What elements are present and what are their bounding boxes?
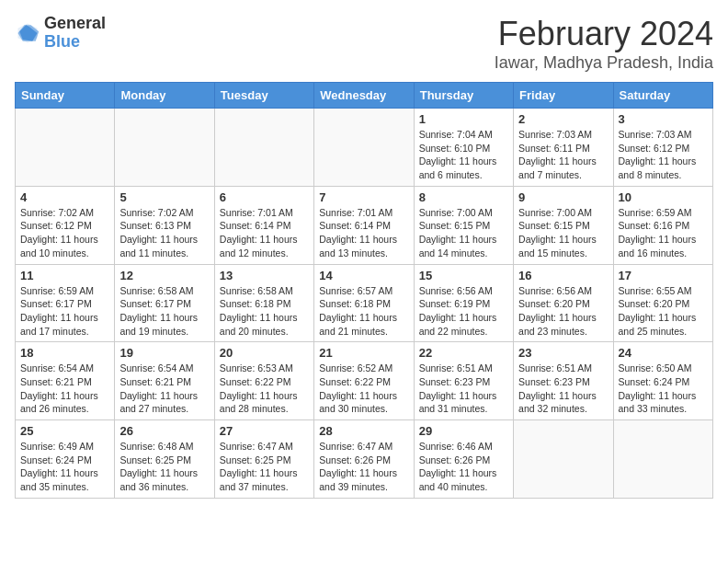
day-number: 16 [518,269,608,282]
calendar-week-row: 25Sunrise: 6:49 AM Sunset: 6:24 PM Dayli… [16,420,713,499]
calendar-day-cell: 21Sunrise: 6:52 AM Sunset: 6:22 PM Dayli… [314,342,414,420]
day-info: Sunrise: 6:55 AM Sunset: 6:20 PM Dayligh… [619,284,708,339]
calendar-day-cell: 3Sunrise: 7:03 AM Sunset: 6:12 PM Daylig… [613,109,712,187]
day-info: Sunrise: 7:04 AM Sunset: 6:10 PM Dayligh… [419,128,508,182]
calendar-day-cell: 13Sunrise: 6:58 AM Sunset: 6:18 PM Dayli… [214,264,313,342]
calendar-day-cell: 27Sunrise: 6:47 AM Sunset: 6:25 PM Dayli… [214,420,313,499]
day-number: 3 [619,112,708,126]
day-number: 27 [220,424,309,438]
day-info: Sunrise: 6:50 AM Sunset: 6:24 PM Dayligh… [619,362,708,416]
day-info: Sunrise: 6:56 AM Sunset: 6:19 PM Dayligh… [419,284,508,339]
day-info: Sunrise: 6:56 AM Sunset: 6:20 PM Dayligh… [518,284,608,339]
calendar-day-cell: 7Sunrise: 7:01 AM Sunset: 6:14 PM Daylig… [314,186,414,264]
day-number: 9 [518,190,608,204]
day-info: Sunrise: 6:53 AM Sunset: 6:22 PM Dayligh… [220,362,309,416]
weekday-header-row: SundayMondayTuesdayWednesdayThursdayFrid… [16,83,713,109]
weekday-header-cell: Thursday [414,83,513,109]
day-number: 25 [20,424,109,438]
calendar-day-cell: 11Sunrise: 6:59 AM Sunset: 6:17 PM Dayli… [16,264,115,342]
day-number: 10 [619,190,708,204]
day-number: 20 [220,346,309,360]
logo-general-text: General [44,15,106,33]
weekday-header-cell: Wednesday [314,83,414,109]
day-number: 2 [518,112,608,126]
day-info: Sunrise: 6:51 AM Sunset: 6:23 PM Dayligh… [518,362,608,416]
calendar-week-row: 11Sunrise: 6:59 AM Sunset: 6:17 PM Dayli… [16,264,713,342]
day-info: Sunrise: 7:01 AM Sunset: 6:14 PM Dayligh… [220,206,309,260]
calendar-day-cell: 24Sunrise: 6:50 AM Sunset: 6:24 PM Dayli… [613,342,712,420]
day-number: 29 [419,424,508,438]
calendar-day-cell: 8Sunrise: 7:00 AM Sunset: 6:15 PM Daylig… [414,186,513,264]
day-info: Sunrise: 6:48 AM Sunset: 6:25 PM Dayligh… [119,440,209,494]
calendar-day-cell [314,109,414,187]
day-number: 23 [518,346,608,360]
calendar-day-cell: 22Sunrise: 6:51 AM Sunset: 6:23 PM Dayli… [414,342,513,420]
day-number: 17 [619,269,708,282]
weekday-header-cell: Friday [514,83,613,109]
day-number: 24 [619,346,708,360]
day-info: Sunrise: 6:52 AM Sunset: 6:22 PM Dayligh… [319,362,408,416]
day-number: 15 [419,269,508,282]
day-info: Sunrise: 6:58 AM Sunset: 6:17 PM Dayligh… [119,284,209,339]
calendar-day-cell: 5Sunrise: 7:02 AM Sunset: 6:13 PM Daylig… [115,186,214,264]
calendar-day-cell: 10Sunrise: 6:59 AM Sunset: 6:16 PM Dayli… [613,186,712,264]
day-info: Sunrise: 6:46 AM Sunset: 6:26 PM Dayligh… [419,440,508,494]
calendar-table: SundayMondayTuesdayWednesdayThursdayFrid… [15,82,713,499]
day-number: 19 [119,346,209,360]
day-info: Sunrise: 6:49 AM Sunset: 6:24 PM Dayligh… [20,440,109,494]
calendar-day-cell: 4Sunrise: 7:02 AM Sunset: 6:12 PM Daylig… [16,186,115,264]
calendar-day-cell: 17Sunrise: 6:55 AM Sunset: 6:20 PM Dayli… [613,264,712,342]
calendar-day-cell: 18Sunrise: 6:54 AM Sunset: 6:21 PM Dayli… [16,342,115,420]
day-number: 14 [319,269,408,282]
day-number: 1 [419,112,508,126]
day-info: Sunrise: 6:58 AM Sunset: 6:18 PM Dayligh… [220,284,309,339]
calendar-day-cell: 15Sunrise: 6:56 AM Sunset: 6:19 PM Dayli… [414,264,513,342]
day-info: Sunrise: 6:54 AM Sunset: 6:21 PM Dayligh… [119,362,209,416]
calendar-day-cell: 20Sunrise: 6:53 AM Sunset: 6:22 PM Dayli… [214,342,313,420]
calendar-day-cell [613,420,712,499]
day-number: 7 [319,190,408,204]
calendar-day-cell [214,109,313,187]
calendar-day-cell: 19Sunrise: 6:54 AM Sunset: 6:21 PM Dayli… [115,342,214,420]
weekday-header-cell: Saturday [613,83,712,109]
calendar-day-cell: 25Sunrise: 6:49 AM Sunset: 6:24 PM Dayli… [16,420,115,499]
day-number: 8 [419,190,508,204]
weekday-header-cell: Sunday [16,83,115,109]
calendar-week-row: 4Sunrise: 7:02 AM Sunset: 6:12 PM Daylig… [16,186,713,264]
location-title: Iawar, Madhya Pradesh, India [495,53,713,73]
logo-text: General Blue [44,15,106,52]
calendar-day-cell: 16Sunrise: 6:56 AM Sunset: 6:20 PM Dayli… [514,264,613,342]
day-info: Sunrise: 7:02 AM Sunset: 6:13 PM Dayligh… [119,206,209,260]
calendar-week-row: 1Sunrise: 7:04 AM Sunset: 6:10 PM Daylig… [16,109,713,187]
calendar-day-cell [16,109,115,187]
calendar-day-cell: 9Sunrise: 7:00 AM Sunset: 6:15 PM Daylig… [514,186,613,264]
day-info: Sunrise: 7:00 AM Sunset: 6:15 PM Dayligh… [419,206,508,260]
day-info: Sunrise: 6:51 AM Sunset: 6:23 PM Dayligh… [419,362,508,416]
day-number: 13 [220,269,309,282]
day-number: 28 [319,424,408,438]
calendar-day-cell [115,109,214,187]
day-info: Sunrise: 6:47 AM Sunset: 6:26 PM Dayligh… [319,440,408,494]
calendar-day-cell: 2Sunrise: 7:03 AM Sunset: 6:11 PM Daylig… [514,109,613,187]
logo-blue-text: Blue [44,33,106,52]
calendar-day-cell: 29Sunrise: 6:46 AM Sunset: 6:26 PM Dayli… [414,420,513,499]
calendar-week-row: 18Sunrise: 6:54 AM Sunset: 6:21 PM Dayli… [16,342,713,420]
calendar-day-cell [514,420,613,499]
day-info: Sunrise: 6:54 AM Sunset: 6:21 PM Dayligh… [20,362,109,416]
calendar-day-cell: 6Sunrise: 7:01 AM Sunset: 6:14 PM Daylig… [214,186,313,264]
day-info: Sunrise: 7:02 AM Sunset: 6:12 PM Dayligh… [20,206,109,260]
day-number: 26 [119,424,209,438]
day-info: Sunrise: 7:03 AM Sunset: 6:12 PM Dayligh… [619,128,708,182]
day-info: Sunrise: 6:59 AM Sunset: 6:16 PM Dayligh… [619,206,708,260]
calendar-day-cell: 1Sunrise: 7:04 AM Sunset: 6:10 PM Daylig… [414,109,513,187]
day-info: Sunrise: 7:03 AM Sunset: 6:11 PM Dayligh… [518,128,608,182]
calendar-day-cell: 12Sunrise: 6:58 AM Sunset: 6:17 PM Dayli… [115,264,214,342]
day-info: Sunrise: 6:47 AM Sunset: 6:25 PM Dayligh… [220,440,309,494]
day-number: 11 [20,269,109,282]
day-info: Sunrise: 7:00 AM Sunset: 6:15 PM Dayligh… [518,206,608,260]
day-info: Sunrise: 7:01 AM Sunset: 6:14 PM Dayligh… [319,206,408,260]
title-area: February 2024 Iawar, Madhya Pradesh, Ind… [495,15,713,73]
header: General Blue February 2024 Iawar, Madhya… [15,15,713,73]
day-number: 6 [220,190,309,204]
day-number: 5 [119,190,209,204]
